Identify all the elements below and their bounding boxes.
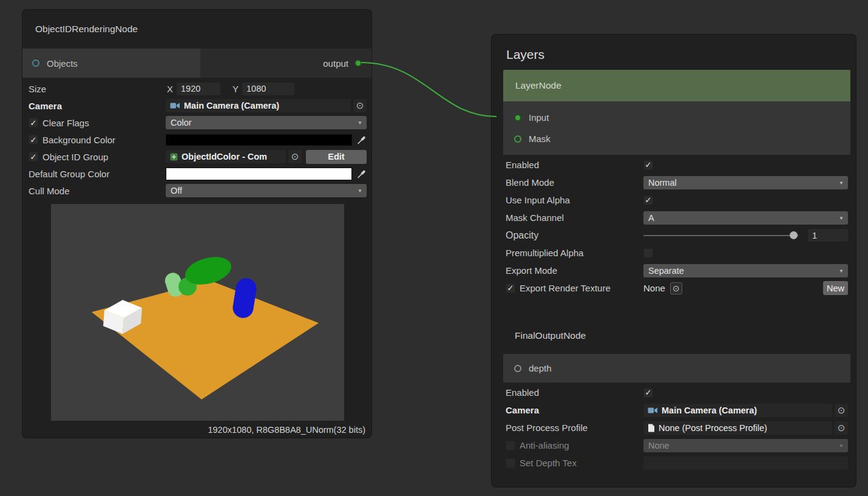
output-port[interactable]: output (200, 49, 371, 78)
enabled-checkbox[interactable] (643, 160, 653, 170)
new-button[interactable]: New (823, 281, 848, 295)
clear-flags-label: Clear Flags (42, 118, 89, 128)
opacity-label: Opacity (506, 230, 538, 241)
input-port[interactable]: Input (503, 107, 850, 128)
opacity-slider[interactable] (643, 229, 798, 242)
post-process-profile-label: Post Process Profile (506, 423, 588, 433)
opacity-slider-track (643, 235, 798, 236)
premultiplied-alpha-label: Premultiplied Alpha (506, 248, 583, 258)
object-id-group-checkbox[interactable] (29, 152, 38, 161)
size-y-label: Y (232, 84, 239, 94)
size-x-label: X (167, 84, 173, 94)
export-mode-dropdown[interactable]: Separate (643, 264, 848, 277)
edit-button[interactable]: Edit (306, 150, 367, 164)
post-process-profile-field[interactable]: None (Post Process Profile) (643, 421, 832, 435)
connection-wire[interactable] (361, 63, 497, 117)
opacity-value[interactable]: 1 (808, 229, 848, 242)
final-output-node-header[interactable]: FinalOutputNode (492, 326, 856, 345)
final-camera-object-field[interactable]: Main Camera (Camera) (643, 404, 832, 417)
default-group-color-row: Default Group Color (27, 165, 367, 182)
profile-document-icon (648, 424, 655, 432)
post-process-profile-picker[interactable]: ⊙ (835, 421, 848, 435)
camera-object-field[interactable]: Main Camera (Camera) (166, 99, 351, 112)
cull-mode-label: Cull Mode (29, 186, 70, 196)
blend-mode-row: Blend Mode Normal (506, 174, 848, 191)
cull-mode-dropdown[interactable]: Off (166, 184, 367, 197)
depth-port-icon[interactable] (514, 365, 521, 372)
eyedropper-icon[interactable] (357, 169, 367, 178)
objects-input-port[interactable]: Objects (22, 49, 200, 78)
object-id-group-label: Object ID Group (42, 152, 108, 162)
size-x-input[interactable]: 1920 (177, 83, 220, 95)
camera-object-name: Main Camera (Camera) (184, 101, 279, 110)
camera-object-picker[interactable]: ⊙ (353, 99, 367, 112)
preview-caption: 1920x1080, R8G8B8A8_UNorm(32 bits) (22, 425, 371, 435)
object-id-group-picker[interactable]: ⊙ (288, 150, 302, 163)
export-render-texture-checkbox[interactable] (506, 284, 515, 293)
blend-mode-dropdown[interactable]: Normal (643, 176, 848, 189)
eyedropper-icon[interactable] (357, 135, 367, 144)
post-process-profile-name: None (Post Process Profile) (659, 423, 767, 433)
default-group-color-swatch[interactable] (166, 168, 352, 180)
final-enabled-label: Enabled (506, 387, 539, 398)
objects-port-label: Objects (47, 58, 78, 69)
use-input-alpha-label: Use Input Alpha (506, 195, 570, 205)
opacity-row: Opacity 1 (506, 226, 848, 244)
final-enabled-row: Enabled (506, 384, 848, 401)
clear-flags-dropdown[interactable]: Color (166, 116, 367, 129)
camera-label: Camera (29, 101, 62, 111)
scriptable-object-icon (170, 153, 178, 161)
background-color-label: Background Color (42, 135, 115, 145)
depth-port[interactable]: depth (503, 358, 850, 379)
export-render-texture-value[interactable]: None (643, 283, 665, 293)
depth-port-label: depth (529, 363, 552, 373)
objects-port-icon[interactable] (32, 59, 39, 67)
layers-panel: Layers LayerNode Input Mask Enabled Blen… (492, 35, 856, 487)
use-input-alpha-row: Use Input Alpha (506, 191, 848, 209)
blend-mode-label: Blend Mode (506, 177, 554, 188)
export-render-texture-row: Export Render Texture None ⊙ New (506, 279, 848, 297)
cull-mode-row: Cull Mode Off (27, 182, 367, 199)
final-camera-object-name: Main Camera (Camera) (662, 406, 757, 415)
set-depth-tex-row: Set Depth Tex (506, 454, 848, 472)
clear-flags-checkbox[interactable] (29, 118, 38, 127)
input-port-icon[interactable] (514, 114, 521, 121)
set-depth-tex-checkbox[interactable] (506, 458, 515, 468)
mask-channel-label: Mask Channel (506, 212, 564, 223)
camera-icon (170, 102, 180, 109)
layer-node-header[interactable]: LayerNode (503, 70, 850, 101)
background-color-swatch[interactable] (166, 134, 352, 146)
objectid-node-header[interactable]: ObjectIDRenderingNode (22, 10, 371, 49)
mask-port-icon[interactable] (514, 135, 521, 143)
layer-node-properties: Enabled Blend Mode Normal Use Input Alph… (492, 155, 856, 297)
export-mode-label: Export Mode (506, 265, 557, 276)
background-color-checkbox[interactable] (29, 135, 38, 144)
anti-aliasing-checkbox[interactable] (506, 441, 515, 450)
clear-flags-row: Clear Flags Color (27, 114, 367, 131)
render-preview (51, 204, 344, 421)
anti-aliasing-row: Anti-aliasing None (506, 437, 848, 454)
output-port-icon[interactable] (354, 59, 362, 67)
object-id-group-field[interactable]: ObjectIdColor - Com (166, 150, 286, 163)
set-depth-tex-label: Set Depth Tex (520, 458, 577, 468)
layers-panel-title: Layers (492, 35, 856, 70)
mask-port[interactable]: Mask (503, 128, 850, 149)
use-input-alpha-checkbox[interactable] (643, 195, 653, 205)
premultiplied-alpha-checkbox[interactable] (643, 248, 653, 258)
object-id-group-row: Object ID Group ObjectIdColor - Com ⊙ Ed… (27, 148, 367, 165)
final-camera-row: Camera Main Camera (Camera) ⊙ (506, 401, 848, 419)
export-render-texture-label: Export Render Texture (520, 283, 611, 293)
final-camera-object-picker[interactable]: ⊙ (835, 404, 848, 417)
final-enabled-checkbox[interactable] (643, 388, 653, 398)
opacity-slider-thumb[interactable] (790, 231, 798, 239)
anti-aliasing-label: Anti-aliasing (520, 440, 569, 450)
size-row: Size X 1920 Y 1080 (27, 80, 367, 97)
anti-aliasing-dropdown: None (643, 439, 848, 452)
input-port-label: Input (529, 112, 549, 123)
export-render-texture-picker[interactable]: ⊙ (670, 282, 682, 294)
mask-channel-dropdown[interactable]: A (643, 211, 848, 225)
set-depth-tex-field (643, 457, 848, 470)
objectid-node-title: ObjectIDRenderingNode (35, 24, 138, 35)
size-y-input[interactable]: 1080 (242, 83, 294, 95)
background-color-row: Background Color (27, 131, 367, 148)
